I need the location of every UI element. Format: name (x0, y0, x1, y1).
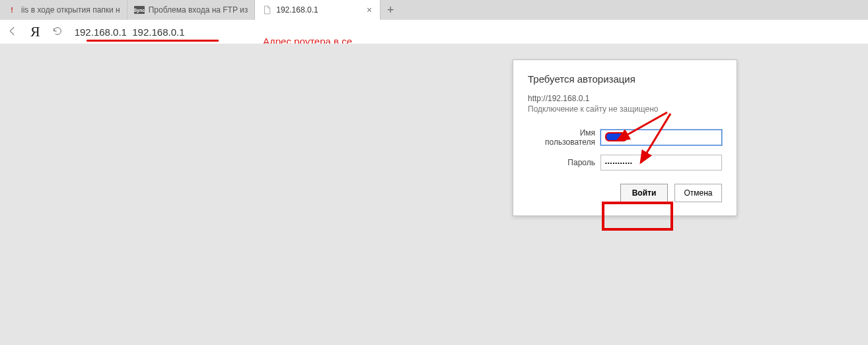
auth-dialog: Требуется авторизация http://192.168.0.1… (513, 59, 737, 216)
reload-button[interactable] (52, 26, 63, 38)
auth-warning: Подключение к сайту не защищено (528, 104, 722, 114)
sync-icon: Sync (134, 6, 145, 14)
address-bar: Я 192.168.0.1 192.168.0.1 Адрес роутера … (0, 20, 868, 44)
tab-label: Проблема входа на FTP из (149, 5, 248, 15)
new-tab-button[interactable]: + (380, 0, 400, 20)
yandex-logo[interactable]: Я (30, 23, 40, 40)
tab-strip: ! iis в ходе открытия папки н Sync Пробл… (0, 0, 868, 20)
auth-buttons: Войти Отмена (528, 184, 722, 202)
username-input[interactable] (600, 130, 722, 145)
tab-iis[interactable]: ! iis в ходе открытия папки н (0, 0, 127, 20)
auth-url: http://192.168.0.1 (528, 94, 722, 103)
password-input[interactable] (600, 155, 722, 171)
tab-label: 192.168.0.1 (276, 5, 361, 15)
document-icon (262, 5, 272, 15)
password-label: Пароль (528, 158, 595, 167)
annotation-underline (87, 40, 219, 42)
cancel-button[interactable]: Отмена (674, 184, 722, 202)
tab-router[interactable]: 192.168.0.1 × (255, 0, 380, 20)
exclaim-icon: ! (7, 5, 17, 15)
username-row: Имя пользователя (528, 128, 722, 147)
redacted-username (605, 132, 628, 141)
login-button[interactable]: Войти (620, 184, 668, 202)
password-row: Пароль (528, 155, 722, 171)
auth-title: Требуется авторизация (528, 73, 722, 85)
tab-label: iis в ходе открытия папки н (21, 5, 120, 15)
back-button[interactable] (7, 25, 18, 39)
page-content: Требуется авторизация http://192.168.0.1… (0, 44, 868, 345)
tab-ftp[interactable]: Sync Проблема входа на FTP из (127, 0, 256, 20)
username-label: Имя пользователя (528, 128, 595, 147)
address-text[interactable]: 192.168.0.1 192.168.0.1 (75, 26, 185, 38)
close-icon[interactable]: × (365, 5, 373, 15)
